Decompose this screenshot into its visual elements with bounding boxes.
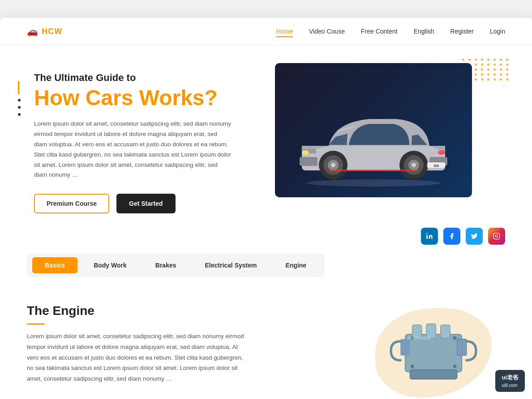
nav-item-english[interactable]: English bbox=[414, 27, 434, 35]
dot-1 bbox=[18, 99, 21, 102]
hero-section: The Ultimate Guide to How Cars Works? Lo… bbox=[0, 45, 532, 222]
tabs-section: Basics Body Work Brakes Electrical Syste… bbox=[0, 254, 532, 290]
hero-description: Lorem ipsum dolor sit amet, consetetur s… bbox=[34, 119, 231, 181]
nav-item-free[interactable]: Free Content bbox=[361, 27, 398, 35]
car-svg: 208 bbox=[275, 63, 472, 197]
content-area: The Engine Lorem ipsum dolor sit amet, c… bbox=[0, 290, 532, 399]
svg-point-7 bbox=[331, 163, 335, 167]
svg-rect-23 bbox=[412, 325, 422, 339]
svg-point-30 bbox=[453, 336, 456, 340]
dot-2 bbox=[18, 106, 21, 109]
accent-bar bbox=[18, 81, 19, 94]
social-row bbox=[0, 222, 532, 254]
nav-item-login[interactable]: Login bbox=[490, 27, 505, 35]
svg-rect-26 bbox=[400, 339, 410, 356]
nav-links: Home Video Couse Free Content English Re… bbox=[276, 27, 505, 35]
svg-point-14 bbox=[438, 150, 445, 155]
svg-rect-18 bbox=[329, 170, 418, 171]
svg-rect-27 bbox=[457, 339, 467, 356]
svg-point-13 bbox=[302, 150, 309, 155]
svg-rect-33 bbox=[408, 337, 431, 340]
hero-left: The Ultimate Guide to How Cars Works? Lo… bbox=[27, 63, 257, 213]
svg-rect-2 bbox=[300, 157, 317, 166]
svg-rect-24 bbox=[426, 324, 436, 339]
svg-point-32 bbox=[453, 365, 456, 368]
engine-description: Lorem ipsum dolor sit amet, consetetur s… bbox=[27, 331, 251, 384]
engine-underline bbox=[27, 323, 45, 325]
hero-title: How Cars Works? bbox=[34, 86, 257, 110]
tab-bodywork[interactable]: Body Work bbox=[81, 257, 139, 273]
tabs-bar: Basics Body Work Brakes Electrical Syste… bbox=[27, 254, 324, 277]
premium-course-button[interactable]: Premium Course bbox=[34, 194, 109, 213]
engine-heading: The Engine bbox=[27, 304, 353, 318]
engine-image-area bbox=[371, 304, 505, 393]
tab-electrical[interactable]: Electrical System bbox=[193, 257, 270, 273]
logo-text: HCW bbox=[42, 27, 62, 36]
engine-text: The Engine Lorem ipsum dolor sit amet, c… bbox=[27, 304, 353, 384]
hero-dots-left bbox=[18, 81, 21, 116]
svg-rect-25 bbox=[441, 325, 450, 339]
engine-image bbox=[371, 304, 496, 393]
facebook-icon[interactable] bbox=[443, 228, 460, 245]
hero-subtitle: The Ultimate Guide to bbox=[34, 72, 257, 84]
car-logo-icon: 🚗 bbox=[27, 26, 38, 37]
hero-right: 208 bbox=[275, 63, 505, 197]
hero-buttons: Premium Course Get Started bbox=[34, 194, 257, 213]
tab-brakes[interactable]: Brakes bbox=[143, 257, 189, 273]
tab-engine[interactable]: Engine bbox=[273, 257, 319, 273]
tab-basics[interactable]: Basics bbox=[32, 257, 77, 273]
svg-point-31 bbox=[410, 365, 414, 368]
twitter-icon[interactable] bbox=[466, 228, 483, 245]
get-started-button[interactable]: Get Started bbox=[116, 194, 175, 213]
svg-rect-20 bbox=[493, 233, 499, 239]
watermark: ui老爸ui8.com bbox=[495, 370, 525, 392]
svg-point-17 bbox=[306, 179, 441, 187]
svg-point-19 bbox=[426, 233, 428, 235]
logo[interactable]: 🚗 HCW bbox=[27, 26, 62, 37]
navbar: 🚗 HCW Home Video Couse Free Content Engl… bbox=[0, 18, 532, 45]
nav-item-register[interactable]: Register bbox=[450, 27, 474, 35]
dot-3 bbox=[18, 113, 21, 116]
nav-item-home[interactable]: Home bbox=[276, 27, 293, 35]
engine-svg bbox=[382, 306, 485, 391]
svg-point-11 bbox=[412, 163, 416, 167]
svg-rect-28 bbox=[410, 370, 457, 379]
svg-text:208: 208 bbox=[433, 164, 439, 167]
nav-item-video[interactable]: Video Couse bbox=[309, 27, 345, 35]
instagram-icon[interactable] bbox=[488, 228, 505, 245]
linkedin-icon[interactable] bbox=[421, 228, 438, 245]
hero-car-image: 208 bbox=[275, 63, 472, 197]
engine-section: The Engine Lorem ipsum dolor sit amet, c… bbox=[27, 304, 505, 393]
